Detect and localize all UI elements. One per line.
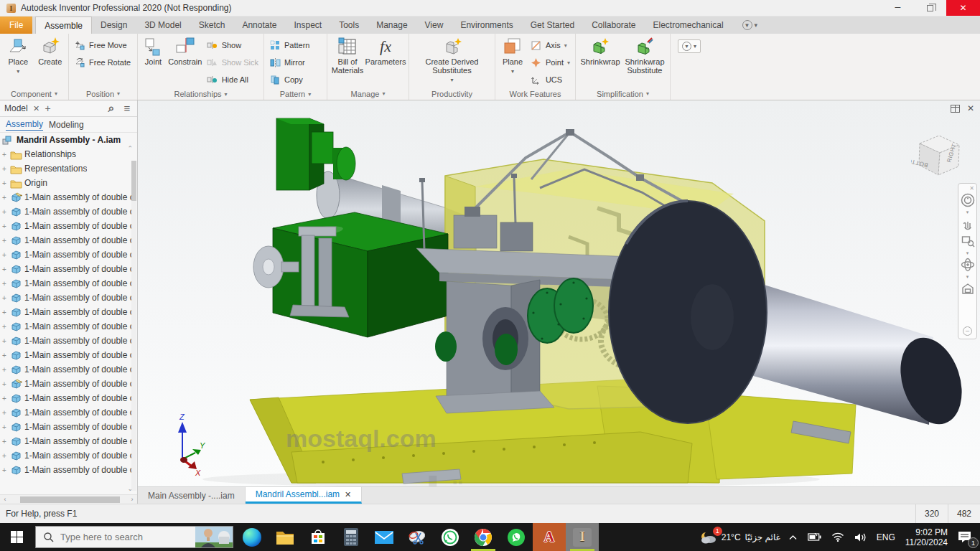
caret-down-icon[interactable]: [966, 209, 969, 215]
document-tab[interactable]: Main Assembly -....iam: [138, 487, 246, 504]
mandril-assembly-3d-model[interactable]: Z Y X: [138, 100, 980, 486]
ribbon-tab[interactable]: Assemble: [35, 17, 92, 34]
taskbar-whatsapp[interactable]: [500, 523, 533, 551]
ribbon-group-label-pattern[interactable]: Pattern: [266, 88, 325, 100]
tree-item-assembly[interactable]: 1-Main assembly of double c: [0, 233, 137, 248]
expand-icon[interactable]: [2, 438, 10, 446]
tree-item-assembly[interactable]: 1-Main assembly of double c: [0, 405, 137, 420]
create-button[interactable]: Create: [34, 34, 67, 66]
tree-vertical-scrollbar[interactable]: [131, 161, 136, 491]
taskbar-edge[interactable]: [235, 523, 269, 551]
search-input[interactable]: [60, 532, 175, 542]
browser-mode-tab[interactable]: Modeling: [49, 120, 84, 130]
close-tab-icon[interactable]: ✕: [345, 490, 351, 499]
tree-folder[interactable]: Representations: [0, 161, 137, 176]
expand-icon[interactable]: [2, 395, 10, 402]
ribbon-appearance-toggle[interactable]: ▼▾: [742, 20, 758, 30]
tree-horizontal-scrollbar[interactable]: ‹ ›: [0, 494, 137, 504]
panel-close-icon[interactable]: [31, 104, 42, 113]
joint-button[interactable]: Joint: [140, 34, 167, 66]
tray-weather[interactable]: 1 21°C غائم جزئيًا: [695, 523, 783, 551]
tree-item-assembly[interactable]: 1-Main assembly of double c: [0, 420, 137, 434]
ribbon-group-label-work-features[interactable]: Work Features: [498, 88, 573, 100]
taskbar-chrome[interactable]: [467, 523, 500, 551]
tree-item-assembly[interactable]: 1-Main assembly of double c: [0, 219, 137, 233]
browser-mode-tab[interactable]: Assembly: [6, 119, 43, 131]
expand-icon[interactable]: [2, 466, 10, 474]
tree-item-assembly[interactable]: 1-Main assembly of double c: [0, 276, 137, 291]
ribbon-collapse-button[interactable]: ▼▾: [678, 39, 701, 53]
caret-down-icon[interactable]: [966, 273, 969, 280]
shrinkwrap-substitute-button[interactable]: Shrinkwrap Substitute: [622, 34, 667, 75]
navigation-wheel-icon[interactable]: [959, 192, 976, 209]
taskbar-calculator[interactable]: [335, 523, 368, 551]
expand-icon[interactable]: [2, 208, 10, 216]
tree-item-assembly[interactable]: 1-Main assembly of double c: [0, 204, 137, 219]
expand-icon[interactable]: [2, 237, 10, 245]
tray-language[interactable]: ENG: [872, 523, 900, 551]
expand-icon[interactable]: [2, 366, 10, 374]
look-at-icon[interactable]: [959, 280, 976, 297]
expand-icon[interactable]: [2, 179, 10, 187]
constrain-button[interactable]: Constrain: [167, 34, 204, 66]
pattern-button[interactable]: Pattern: [266, 37, 312, 54]
taskbar-file-explorer[interactable]: [269, 523, 302, 551]
ribbon-tab[interactable]: Inspect: [285, 17, 330, 34]
expand-icon[interactable]: [2, 222, 10, 230]
tree-root-assembly[interactable]: Mandril Assembly - A.iam: [0, 133, 137, 147]
expand-icon[interactable]: [2, 352, 10, 359]
expand-icon[interactable]: [2, 165, 10, 173]
ucs-button[interactable]: UCS: [528, 71, 573, 88]
zoom-window-icon[interactable]: [959, 232, 976, 250]
pan-hand-icon[interactable]: [959, 215, 976, 232]
scroll-right-icon[interactable]: ›: [127, 496, 137, 503]
bill-of-materials-button[interactable]: Bill of Materials: [330, 34, 365, 75]
taskbar-snipping-tool[interactable]: [401, 523, 434, 551]
tree-item-assembly[interactable]: 1-Main assembly of double c: [0, 334, 137, 348]
tray-battery[interactable]: [803, 523, 826, 551]
restore-button[interactable]: [914, 0, 946, 16]
tree-folder[interactable]: Relationships: [0, 147, 137, 161]
ribbon-tab[interactable]: Get Started: [522, 17, 583, 34]
ribbon-tab[interactable]: Tools: [330, 17, 368, 34]
ribbon-tab[interactable]: Sketch: [190, 17, 234, 34]
show-button[interactable]: Show: [204, 37, 261, 54]
parameters-button[interactable]: fx Parameters: [365, 34, 406, 66]
view-cube[interactable]: BOTTOM RIGHT: [911, 129, 967, 181]
model-viewport[interactable]: Z Y X BOTTOM RIGHT: [138, 100, 980, 486]
taskbar-store[interactable]: [302, 523, 335, 551]
ribbon-tab[interactable]: Annotate: [233, 17, 285, 34]
tree-scroll-up-icon[interactable]: ⌃: [127, 145, 133, 152]
create-derived-substitutes-button[interactable]: Create Derived Substitutes: [421, 34, 483, 85]
expand-icon[interactable]: [2, 423, 10, 431]
tree-item-assembly[interactable]: 1-Main assembly of double c: [0, 348, 137, 362]
ribbon-tab[interactable]: Manage: [368, 17, 416, 34]
tree-item-assembly[interactable]: 1-Main assembly of double c: [0, 377, 137, 391]
close-document-icon[interactable]: [967, 103, 974, 113]
taskbar-autocad[interactable]: A: [533, 523, 566, 551]
expand-icon[interactable]: [2, 265, 10, 273]
free-rotate-button[interactable]: Free Rotate: [71, 54, 134, 71]
start-button[interactable]: [0, 523, 33, 551]
action-center-button[interactable]: 1: [953, 523, 980, 551]
free-move-button[interactable]: Free Move: [71, 37, 134, 54]
ribbon-tab[interactable]: 3D Model: [136, 17, 190, 34]
tree-item-assembly[interactable]: 1-Main assembly of double c: [0, 463, 137, 477]
expand-icon[interactable]: [2, 280, 10, 288]
panel-add-tab-icon[interactable]: [42, 103, 54, 114]
tray-volume[interactable]: [849, 523, 872, 551]
panel-menu-icon[interactable]: [121, 102, 133, 115]
tree-item-assembly[interactable]: 1-Main assembly of double c: [0, 291, 137, 305]
plane-button[interactable]: Plane: [498, 34, 528, 76]
tray-wifi[interactable]: [826, 523, 849, 551]
expand-icon[interactable]: [2, 409, 10, 417]
document-tab[interactable]: Mandril Assembl...iam ✕: [246, 487, 363, 504]
minimize-button[interactable]: [882, 0, 914, 16]
ribbon-group-label-simplification[interactable]: Simplification: [578, 88, 668, 100]
scroll-left-icon[interactable]: ‹: [0, 496, 10, 503]
expand-icon[interactable]: [2, 309, 10, 316]
ribbon-group-label-relationships[interactable]: Relationships: [140, 88, 261, 100]
search-highlight-image[interactable]: [195, 527, 233, 547]
show-sick-button[interactable]: Show Sick: [204, 54, 261, 71]
ribbon-tab[interactable]: Collaborate: [583, 17, 644, 34]
